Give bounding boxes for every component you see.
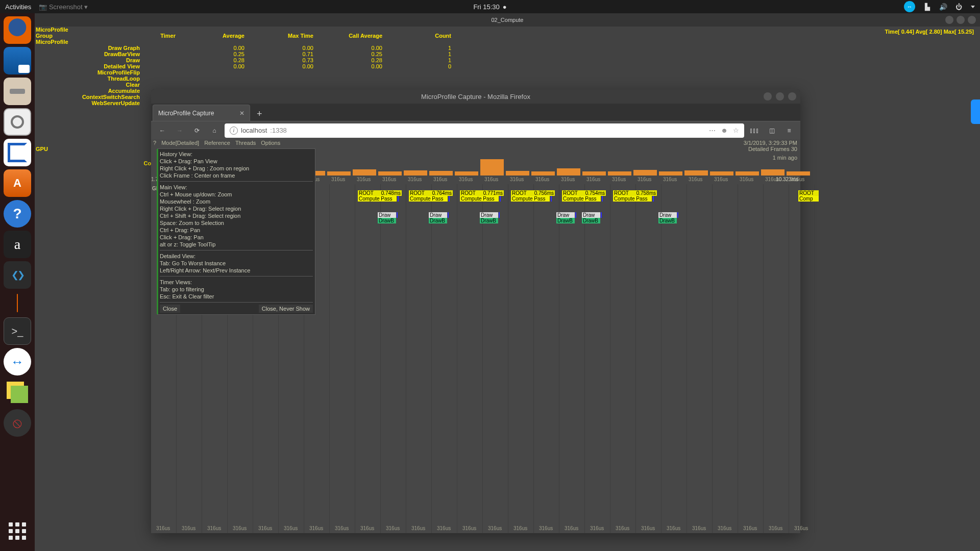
dock-disk-icon[interactable] [4,108,31,136]
seg-compute-pass[interactable]: Compute Pass [358,196,397,202]
seg-draw[interactable]: Draw [429,212,447,218]
dock-amazon-icon[interactable] [4,231,31,258]
nav-back-button[interactable]: ← [155,123,169,138]
frame-lane[interactable] [432,184,457,533]
seg-root[interactable]: ROOT0.764ms [409,190,453,196]
seg-drawb[interactable]: DrawB [429,218,447,223]
sidebar-icon[interactable]: ◫ [765,123,779,138]
history-bar[interactable] [404,170,427,176]
history-bar[interactable] [787,171,810,176]
seg-drawb[interactable]: DrawB [480,218,498,223]
history-bar[interactable] [378,171,402,176]
bookmark-star-icon[interactable]: ☆ [733,127,739,134]
system-menu-chevron-icon[interactable] [971,6,975,8]
history-bar[interactable] [531,171,555,176]
history-bar[interactable] [684,170,708,176]
show-applications-button[interactable] [4,517,31,545]
menu-threads[interactable]: Threads [235,140,256,146]
seg-drawb[interactable]: DrawB [378,218,396,223]
dock-terminal-icon[interactable] [4,317,31,345]
new-tab-button[interactable]: + [252,107,266,121]
seg-draw[interactable]: Draw [658,212,677,218]
frame-lane[interactable] [687,184,713,533]
frame-lane[interactable] [738,184,764,533]
seg-root[interactable]: ROOT0.758ms [613,190,657,196]
bg-titlebar[interactable]: 02_Compute [35,13,980,27]
dock-error-icon[interactable] [4,409,31,437]
frame-lane[interactable] [610,184,636,533]
library-icon[interactable]: ⫿⫿⫿ [747,123,762,138]
dock-firefox-icon[interactable] [4,16,31,44]
history-bar[interactable] [633,170,657,176]
tooltip-close-button[interactable]: Close [160,305,180,313]
frame-lane[interactable] [508,184,534,533]
seg-draw[interactable]: Draw [556,212,575,218]
seg-compute-pass[interactable]: Compute Pass [460,196,499,202]
seg-compute-pass[interactable]: Compute Pass [613,196,652,202]
frame-lane[interactable] [559,184,585,533]
seg-drawb[interactable]: DrawB [658,218,677,223]
frame-lane[interactable] [636,184,662,533]
hamburger-menu-icon[interactable]: ≡ [782,123,796,138]
menu-options[interactable]: Options [261,140,280,146]
dock-vscode-icon[interactable] [4,261,31,289]
volume-icon[interactable]: 🔊 [939,3,947,11]
dock-help-icon[interactable] [4,200,31,228]
power-icon[interactable]: ⏻ [955,3,963,11]
history-bar[interactable] [557,168,580,176]
reader-icon[interactable]: ☻ [721,127,728,134]
history-bar[interactable] [455,171,478,176]
frame-lane[interactable] [330,184,355,533]
history-bar[interactable] [327,171,351,176]
bg-max-icon[interactable] [957,16,965,24]
dock-libreoffice-writer-icon[interactable] [4,139,31,166]
tab-close-icon[interactable]: ✕ [239,110,244,117]
clock[interactable]: Fri 15:30 ● [473,3,506,11]
history-bar[interactable] [429,171,453,176]
frame-lane[interactable] [406,184,432,533]
seg-compute-pass[interactable]: Compute Pass [511,196,550,202]
seg-root[interactable]: ROOT0.771ms [460,190,504,196]
frame-lane[interactable] [789,184,815,533]
menu-reference[interactable]: Reference [204,140,230,146]
dock-ubuntu-software-icon[interactable] [4,169,31,197]
dock-files-icon[interactable] [4,78,31,105]
frame-lane[interactable] [662,184,687,533]
menu-mode[interactable]: Mode[Detailed] [161,140,199,146]
dock-teamviewer-icon[interactable] [4,348,31,375]
tooltip-handle[interactable] [157,149,158,314]
app-menu-screenshot[interactable]: 📷 Screenshot ▾ [39,3,88,11]
frame-lane[interactable] [483,184,508,533]
tooltip-never-show-button[interactable]: Close, Never Show [259,305,313,313]
activities-button[interactable]: Activities [5,3,31,11]
ff-close-icon[interactable] [788,92,796,101]
history-bar[interactable] [710,171,733,176]
ff-min-icon[interactable] [764,92,772,101]
frame-lane[interactable] [381,184,406,533]
nav-reload-button[interactable]: ⟳ [190,123,204,138]
page-action-icon[interactable]: ⋯ [709,127,716,134]
ff-max-icon[interactable] [776,92,784,101]
site-info-icon[interactable]: i [230,127,238,135]
history-bar[interactable] [582,171,606,176]
frame-lane[interactable] [764,184,789,533]
seg-root[interactable]: ROOT0.756ms [511,190,555,196]
seg-compute-pass[interactable]: Compute Pass [409,196,448,202]
history-bar[interactable] [659,171,682,176]
history-bar[interactable] [608,171,631,176]
menu-help[interactable]: ? [153,140,156,146]
history-bar[interactable] [480,159,504,176]
seg-compute-pass[interactable]: Compute Pass [562,196,601,202]
dock-thunderbird-icon[interactable] [4,47,31,74]
seg-root[interactable]: ROOT0.748ms [358,190,402,196]
frame-lane[interactable] [585,184,610,533]
seg-drawb[interactable]: DrawB [582,218,600,223]
frame-lane[interactable] [457,184,483,533]
ff-tab-active[interactable]: MicroProfile Capture ✕ [153,105,250,121]
seg-root[interactable]: ROOT0.754ms [562,190,606,196]
seg-draw[interactable]: Draw [582,212,600,218]
right-side-tab[interactable] [971,99,980,124]
seg-draw[interactable]: Draw [378,212,396,218]
bg-min-icon[interactable] [945,16,953,24]
frame-lane[interactable] [355,184,381,533]
